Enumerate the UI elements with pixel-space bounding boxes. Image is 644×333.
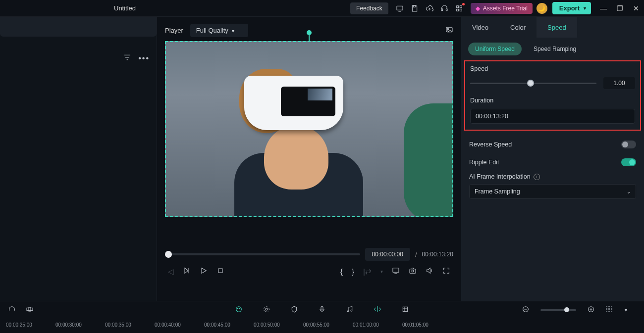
mark-in-icon[interactable]: { xyxy=(340,267,343,276)
marker-icon[interactable] xyxy=(290,305,298,315)
device-preview-icon[interactable] xyxy=(395,3,405,13)
tab-video[interactable]: Video xyxy=(461,17,499,38)
playhead-scrubber[interactable] xyxy=(165,253,360,255)
svg-rect-3 xyxy=(446,8,447,10)
timeline-tool-b-icon[interactable] xyxy=(26,305,34,315)
ruler-tick: 00:00:30:00 xyxy=(55,322,82,328)
chevron-down-icon: ▾ xyxy=(232,28,234,34)
interp-dropdown[interactable]: Frame Sampling⌄ xyxy=(469,184,636,199)
selection-outline[interactable] xyxy=(165,41,453,217)
timeline-logo-icon[interactable] xyxy=(235,305,243,315)
svg-rect-6 xyxy=(456,9,458,11)
diamond-icon: ◆ xyxy=(476,5,480,12)
interp-value: Frame Sampling xyxy=(475,188,520,195)
ruler-tick: 00:01:00:00 xyxy=(353,322,379,328)
quality-dropdown[interactable]: Full Quality ▾ xyxy=(190,24,248,37)
fullscreen-icon[interactable] xyxy=(442,267,450,276)
preview-viewport[interactable] xyxy=(165,41,453,217)
playhead-handle[interactable] xyxy=(165,251,172,258)
assets-trial-button[interactable]: ◆Assets Free Trial xyxy=(471,3,533,14)
assets-trial-label: Assets Free Trial xyxy=(483,5,528,12)
timeline-ruler[interactable]: 00:00:25:00 00:00:30:00 00:00:35:00 00:0… xyxy=(3,320,641,333)
svg-point-20 xyxy=(264,306,269,312)
music-icon[interactable] xyxy=(346,305,354,315)
speed-slider[interactable] xyxy=(470,83,596,84)
save-icon[interactable] xyxy=(410,3,420,13)
speed-value-input[interactable]: 1.00 xyxy=(603,77,635,89)
feedback-button[interactable]: Feedback xyxy=(350,2,388,14)
duration-input[interactable]: 00:00:13:20 xyxy=(470,109,635,124)
current-time-display: 00:00:00:00 xyxy=(365,248,410,261)
speed-slider-handle[interactable] xyxy=(527,80,534,87)
svg-rect-7 xyxy=(460,9,462,11)
range-tool-icon[interactable]: |⇄ xyxy=(363,267,372,276)
voiceover-icon[interactable] xyxy=(318,305,326,315)
chevron-down-icon: ⌄ xyxy=(627,189,631,194)
timeline-panel: ▾ 00:00:25:00 00:00:30:00 00:00:35:00 00… xyxy=(0,301,644,333)
ruler-tick: 00:00:50:00 xyxy=(254,322,280,328)
window-minimize-button[interactable]: — xyxy=(600,4,607,12)
step-forward-button[interactable] xyxy=(183,267,191,276)
timeline-tool-a-icon[interactable] xyxy=(8,305,16,315)
svg-point-22 xyxy=(347,310,349,312)
zoom-slider[interactable] xyxy=(540,309,576,311)
cloud-upload-icon[interactable] xyxy=(425,3,434,13)
ruler-tick: 00:00:55:00 xyxy=(303,322,329,328)
zoom-in-button[interactable] xyxy=(587,305,595,315)
media-panel: ••• xyxy=(0,17,157,301)
snapshot-button[interactable] xyxy=(409,267,417,276)
interp-label: AI Frame Interpolation xyxy=(469,173,531,180)
ripple-edit-toggle[interactable] xyxy=(621,158,636,166)
volume-icon[interactable] xyxy=(426,267,433,276)
media-panel-header xyxy=(0,17,157,37)
reverse-speed-toggle[interactable] xyxy=(621,141,636,148)
svg-rect-10 xyxy=(218,269,222,273)
timeline-view-caret-icon[interactable]: ▾ xyxy=(625,307,627,313)
subtab-speed-ramping[interactable]: Speed Ramping xyxy=(527,43,583,55)
timeline-view-grid-icon[interactable] xyxy=(606,306,614,314)
ruler-tick: 00:00:25:00 xyxy=(6,322,32,328)
time-separator: / xyxy=(415,251,417,258)
zoom-slider-handle[interactable] xyxy=(564,307,569,312)
split-icon[interactable] xyxy=(374,305,381,315)
prev-frame-button[interactable]: ◁ xyxy=(168,267,174,276)
ruler-tick: 00:00:40:00 xyxy=(155,322,181,328)
tab-color[interactable]: Color xyxy=(499,17,537,38)
svg-rect-14 xyxy=(27,308,33,310)
quality-value: Full Quality xyxy=(196,27,228,34)
ruler-tick: 00:01:05:00 xyxy=(402,322,429,328)
tab-speed[interactable]: Speed xyxy=(537,17,577,38)
display-settings-icon[interactable] xyxy=(392,267,400,276)
player-panel: Player Full Quality ▾ 00:00:00:00 / 00:0… xyxy=(157,17,461,301)
svg-rect-5 xyxy=(460,5,462,7)
window-close-button[interactable]: ✕ xyxy=(633,4,639,12)
chevron-down-icon[interactable]: ▾ xyxy=(380,269,383,274)
zoom-out-button[interactable] xyxy=(522,305,530,315)
filter-icon[interactable] xyxy=(123,53,131,63)
user-avatar[interactable]: 🌙 xyxy=(537,3,547,14)
svg-point-19 xyxy=(266,308,268,310)
svg-rect-0 xyxy=(397,6,403,10)
export-button[interactable]: Export▾ xyxy=(552,2,591,14)
speed-label: Speed xyxy=(470,65,635,72)
project-title: Untitled xyxy=(114,4,136,12)
svg-rect-24 xyxy=(403,307,407,311)
titlebar: Untitled Feedback ◆Assets Free Trial 🌙 E… xyxy=(0,0,644,17)
chevron-down-icon: ▾ xyxy=(584,5,586,11)
play-button[interactable] xyxy=(200,267,208,276)
speed-duration-group: Speed 1.00 Duration 00:00:13:20 xyxy=(464,60,641,131)
info-icon[interactable]: i xyxy=(534,174,540,180)
ripple-edit-label: Ripple Edit xyxy=(469,159,499,166)
crop-icon[interactable] xyxy=(401,305,409,315)
more-menu-icon[interactable]: ••• xyxy=(138,54,150,63)
snapshot-icon[interactable] xyxy=(445,26,453,36)
ruler-tick: 00:00:45:00 xyxy=(204,322,230,328)
stop-button[interactable] xyxy=(216,267,224,276)
effects-icon[interactable] xyxy=(263,305,270,315)
window-maximize-button[interactable]: ❐ xyxy=(617,4,623,12)
apps-grid-icon[interactable] xyxy=(454,3,464,13)
subtab-uniform-speed[interactable]: Uniform Speed xyxy=(468,43,522,55)
support-icon[interactable] xyxy=(439,3,449,13)
mark-out-icon[interactable]: } xyxy=(352,267,354,276)
svg-point-16 xyxy=(236,306,242,312)
